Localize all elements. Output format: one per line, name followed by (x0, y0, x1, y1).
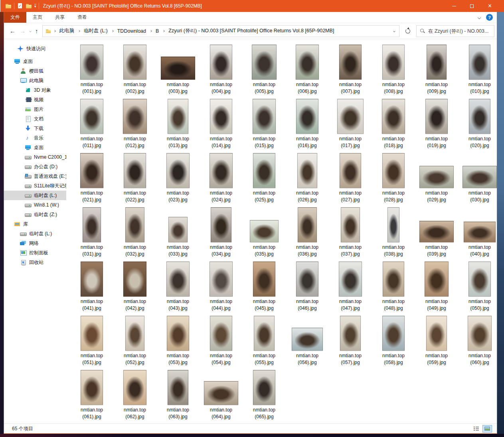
file-thumbnail[interactable] (296, 262, 318, 297)
file-item[interactable]: nmtian.top(032).jpg (113, 205, 156, 259)
file-thumbnail[interactable] (80, 99, 103, 134)
file-thumbnail[interactable] (123, 370, 146, 405)
file-item[interactable]: nmtian.top(013).jpg (156, 96, 200, 150)
sidebar-item[interactable]: 网络 (4, 238, 66, 248)
file-thumbnail[interactable] (166, 153, 190, 188)
file-thumbnail[interactable] (123, 262, 146, 297)
file-item[interactable]: nmtian.top(052).jpg (113, 313, 156, 367)
file-item[interactable]: nmtian.top(043).jpg (156, 259, 200, 313)
search-input[interactable] (427, 28, 491, 34)
file-thumbnail[interactable] (210, 99, 232, 134)
properties-check-icon[interactable] (17, 3, 23, 9)
file-thumbnail[interactable] (253, 153, 275, 188)
ribbon-tab-1[interactable]: 主页 (26, 12, 49, 23)
file-item[interactable]: nmtian.top(010).jpg (458, 42, 497, 96)
file-thumbnail[interactable] (339, 45, 362, 80)
file-thumbnail[interactable] (80, 153, 103, 188)
file-thumbnail[interactable] (382, 153, 405, 188)
file-item[interactable]: nmtian.top(045).jpg (243, 259, 286, 313)
ribbon-tab-3[interactable]: 查看 (71, 12, 93, 23)
file-thumbnail[interactable] (81, 262, 103, 297)
file-item[interactable]: nmtian.top(041).jpg (70, 259, 113, 313)
file-thumbnail[interactable] (125, 207, 144, 242)
file-thumbnail[interactable] (468, 262, 491, 297)
file-item[interactable]: nmtian.top(031).jpg (70, 205, 113, 259)
breadcrumb-chevron-icon[interactable] (78, 30, 80, 32)
sidebar-item[interactable]: S11Lite聊天记录 (4, 181, 66, 191)
file-thumbnail[interactable] (298, 207, 317, 242)
file-thumbnail[interactable] (123, 99, 147, 134)
sidebar-item[interactable]: 临时盘 (L:) (4, 229, 66, 238)
file-item[interactable]: nmtian.top(001).jpg (70, 42, 113, 96)
refresh-button[interactable] (401, 25, 415, 37)
file-thumbnail[interactable] (253, 262, 275, 297)
minimize-button[interactable] (445, 0, 463, 12)
breadcrumb-segment[interactable]: B (155, 28, 160, 34)
close-button[interactable]: × (481, 0, 499, 12)
file-item[interactable]: nmtian.top(002).jpg (113, 42, 156, 96)
file-item[interactable]: nmtian.top(014).jpg (200, 96, 243, 150)
file-thumbnail[interactable] (425, 99, 448, 134)
file-thumbnail[interactable] (292, 328, 323, 351)
sidebar-item[interactable]: 库 (4, 219, 66, 229)
file-thumbnail[interactable] (81, 370, 103, 405)
file-item[interactable]: nmtian.top(044).jpg (200, 259, 243, 313)
file-item[interactable]: nmtian.top(020).jpg (458, 96, 497, 150)
file-item[interactable]: nmtian.top(023).jpg (156, 150, 200, 205)
sidebar-item[interactable]: 下载 (4, 124, 66, 133)
file-item[interactable]: nmtian.top(011).jpg (70, 96, 113, 150)
file-thumbnail[interactable] (341, 207, 360, 242)
file-item[interactable]: nmtian.top(065).jpg (243, 367, 286, 421)
file-thumbnail[interactable] (468, 316, 492, 351)
sidebar-item[interactable]: 图片 (4, 104, 66, 114)
file-thumbnail[interactable] (254, 316, 275, 351)
file-item[interactable]: nmtian.top(042).jpg (113, 259, 156, 313)
qat-dropdown-icon[interactable]: ▾ (34, 4, 36, 8)
file-item[interactable]: nmtian.top(061).jpg (70, 367, 113, 421)
breadcrumb-segment[interactable]: 临时盘 (L:) (83, 28, 109, 34)
address-bar[interactable]: 此电脑临时盘 (L:)TDDownloadBZzyuri (쮸리) - NO.0… (42, 25, 400, 37)
file-thumbnail[interactable] (210, 45, 232, 80)
new-folder-icon[interactable] (26, 3, 32, 9)
breadcrumb-chevron-icon[interactable] (150, 30, 152, 32)
file-thumbnail[interactable] (253, 99, 276, 134)
file-item[interactable]: nmtian.top(037).jpg (329, 205, 372, 259)
file-item[interactable]: nmtian.top(053).jpg (156, 313, 200, 367)
file-item[interactable]: nmtian.top(016).jpg (286, 96, 329, 150)
sidebar-item[interactable]: 音乐 (4, 133, 66, 143)
file-thumbnail[interactable] (469, 45, 490, 80)
file-item[interactable]: nmtian.top(039).jpg (415, 205, 458, 259)
file-thumbnail[interactable] (387, 207, 399, 242)
file-item[interactable]: nmtian.top(059).jpg (415, 313, 458, 367)
file-thumbnail[interactable] (419, 166, 454, 188)
file-thumbnail[interactable] (337, 99, 364, 134)
file-item[interactable]: nmtian.top(025).jpg (243, 150, 286, 205)
file-thumbnail[interactable] (250, 220, 279, 242)
file-thumbnail[interactable] (383, 262, 404, 297)
breadcrumb-segment[interactable]: 此电脑 (59, 28, 75, 34)
breadcrumb-chevron-icon[interactable] (111, 30, 114, 32)
file-thumbnail[interactable] (80, 45, 103, 80)
file-thumbnail[interactable] (83, 207, 101, 242)
sidebar-item[interactable]: 视频 (4, 95, 66, 104)
file-item[interactable]: nmtian.top(058).jpg (372, 313, 415, 367)
file-thumbnail[interactable] (161, 57, 195, 80)
file-item[interactable]: nmtian.top(028).jpg (372, 150, 415, 205)
file-item[interactable]: nmtian.top(049).jpg (415, 259, 458, 313)
file-thumbnail[interactable] (382, 45, 405, 80)
sidebar-item[interactable]: 控制面板 (4, 248, 66, 258)
file-thumbnail[interactable] (167, 316, 189, 351)
breadcrumb-chevron-icon[interactable] (163, 30, 165, 32)
sidebar-item[interactable]: 文档 (4, 114, 66, 124)
breadcrumb-segment[interactable]: Zzyuri (쮸리) - NO.003 [SAINT Photolife] O… (168, 28, 335, 34)
maximize-button[interactable] (463, 0, 481, 12)
file-thumbnail[interactable] (426, 316, 447, 351)
file-thumbnail[interactable] (123, 45, 146, 80)
file-thumbnail[interactable] (382, 316, 405, 351)
file-item[interactable]: nmtian.top(005).jpg (243, 42, 286, 96)
file-item[interactable]: nmtian.top(030).jpg (458, 150, 497, 205)
file-item[interactable]: nmtian.top(033).jpg (156, 205, 200, 259)
file-item[interactable]: nmtian.top(004).jpg (200, 42, 243, 96)
file-thumbnail[interactable] (168, 217, 188, 242)
file-thumbnail[interactable] (296, 45, 319, 80)
